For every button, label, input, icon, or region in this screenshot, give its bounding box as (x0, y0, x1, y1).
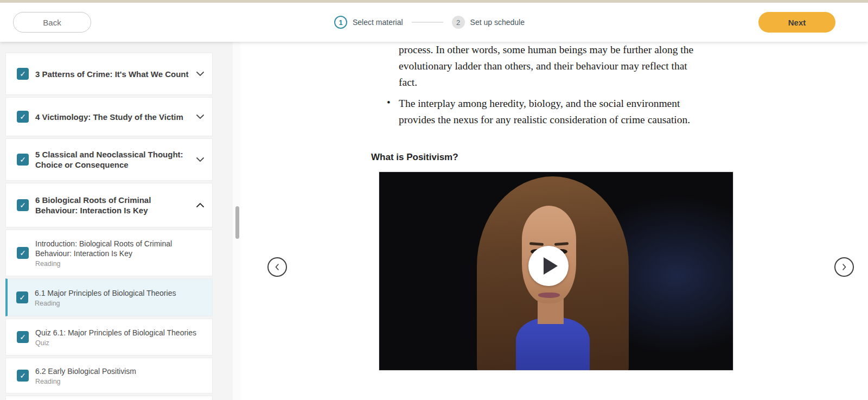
step-1-indicator: 1 (334, 16, 347, 29)
checkbox-checked-icon[interactable]: ✓ (16, 291, 28, 303)
chapter-title: 3 Patterns of Crime: It's What We Count (35, 69, 192, 79)
video-thumbnail[interactable] (379, 172, 733, 371)
lesson-title: Quiz 6.1: Major Principles of Biological… (35, 328, 205, 338)
step-select-material: 1 Select material (334, 16, 403, 29)
lesson-row-introduction[interactable]: ✓ Introduction: Biological Roots of Crim… (5, 230, 213, 276)
checkbox-checked-icon[interactable]: ✓ (17, 111, 29, 123)
chapter-title: 4 Victimology: The Study of the Victim (35, 112, 192, 122)
chevron-up-icon[interactable] (196, 203, 205, 207)
stepper-connector (412, 22, 443, 23)
chevron-down-icon[interactable] (196, 72, 205, 76)
presenter-eyebrow (529, 242, 544, 246)
wizard-header: Back 1 Select material 2 Set up schedule… (0, 3, 868, 42)
top-accent-strip (0, 0, 868, 3)
bullet-item: • The interplay among heredity, biology,… (371, 96, 690, 128)
lesson-row-6-2[interactable]: ✓ 6.2 Early Biological Positivism Readin… (5, 358, 213, 393)
chapter-row-3[interactable]: ✓ 3 Patterns of Crime: It's What We Coun… (5, 53, 213, 95)
lesson-row-6-1-selected[interactable]: ✓ 6.1 Major Principles of Biological The… (5, 278, 213, 316)
chevron-left-icon (275, 264, 279, 270)
checkbox-checked-icon[interactable]: ✓ (17, 331, 29, 343)
lesson-type-badge: Reading (35, 300, 205, 307)
chapter-title: 6 Biological Roots of Criminal Behaviour… (35, 195, 192, 215)
chapter-row-5[interactable]: ✓ 5 Classical and Neoclassical Thought: … (5, 138, 213, 181)
play-button[interactable] (528, 246, 569, 286)
textbook-paragraph: process. In other words, some human bein… (371, 42, 693, 91)
bullet-line: provides the nexus for any realistic con… (399, 112, 690, 128)
next-button[interactable]: Next (758, 12, 835, 33)
checkbox-checked-icon[interactable]: ✓ (17, 247, 29, 259)
presenter-lips (538, 293, 560, 298)
next-page-button[interactable] (834, 257, 854, 277)
paragraph-line: process. In other words, some human bein… (399, 42, 693, 58)
previous-page-button[interactable] (267, 257, 287, 277)
chevron-down-icon[interactable] (196, 115, 205, 119)
paragraph-line: evolutionary ladder than others, and the… (399, 58, 693, 74)
lesson-type-badge: Quiz (35, 339, 205, 347)
back-button[interactable]: Back (13, 12, 91, 33)
step-2-label: Set up schedule (470, 18, 525, 27)
chapter-row-6-expanded[interactable]: ✓ 6 Biological Roots of Criminal Behavio… (5, 183, 213, 227)
lesson-title: 6.2 Early Biological Positivism (35, 366, 205, 376)
paragraph-line: fact. (399, 74, 693, 91)
lesson-title: 6.1 Major Principles of Biological Theor… (35, 288, 205, 298)
lesson-type-badge: Reading (35, 378, 205, 385)
play-icon (544, 257, 558, 275)
sidebar-scrollbar-thumb[interactable] (235, 206, 239, 239)
chapter-list: ✓ 3 Patterns of Crime: It's What We Coun… (5, 53, 213, 400)
step-2-indicator: 2 (452, 16, 465, 29)
lesson-row-partial[interactable] (5, 396, 213, 400)
bullet-line: The interplay among heredity, biology, a… (399, 96, 690, 112)
checkbox-checked-icon[interactable]: ✓ (17, 154, 29, 166)
chapter-title: 5 Classical and Neoclassical Thought: Ch… (35, 149, 192, 170)
step-1-label: Select material (353, 18, 403, 27)
chevron-down-icon[interactable] (196, 157, 205, 162)
lesson-title: Introduction: Biological Roots of Crimin… (35, 239, 205, 258)
checkbox-checked-icon[interactable]: ✓ (17, 370, 29, 382)
chapter-row-4[interactable]: ✓ 4 Victimology: The Study of the Victim (5, 97, 213, 136)
section-heading: What is Positivism? (371, 152, 458, 163)
presenter-shirt (516, 318, 590, 371)
presenter-eyebrow (554, 242, 569, 246)
step-set-up-schedule: 2 Set up schedule (452, 16, 525, 29)
reading-preview-pane: process. In other words, some human bein… (240, 42, 868, 400)
lesson-type-badge: Reading (35, 260, 205, 268)
lesson-row-quiz-6-1[interactable]: ✓ Quiz 6.1: Major Principles of Biologic… (5, 319, 213, 355)
checkbox-checked-icon[interactable]: ✓ (17, 68, 29, 80)
chevron-right-icon (842, 264, 846, 270)
checkbox-checked-icon[interactable]: ✓ (17, 199, 29, 211)
bullet-marker: • (387, 94, 391, 111)
wizard-stepper: 1 Select material 2 Set up schedule (334, 3, 525, 42)
material-sidebar: ✓ 3 Patterns of Crime: It's What We Coun… (0, 42, 240, 400)
